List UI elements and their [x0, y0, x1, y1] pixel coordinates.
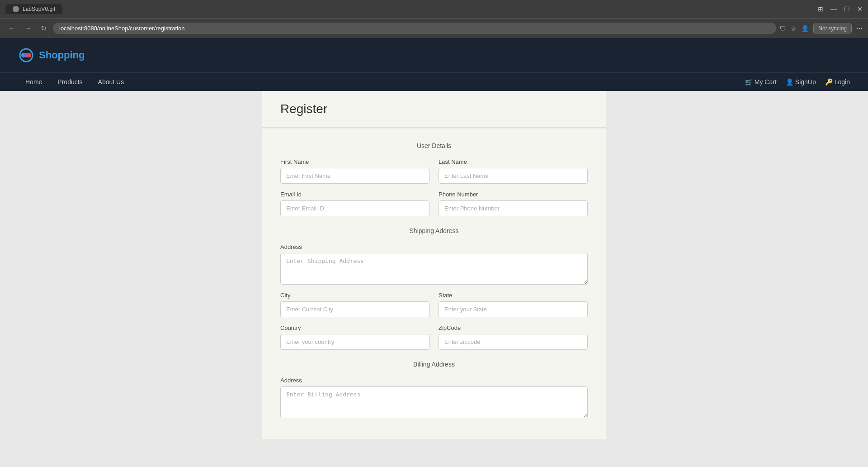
titlebar-icon-1[interactable]: ⊞	[818, 5, 823, 13]
browser-chrome: LabSupV0.gif ⊞ — ☐ ✕ ← → ↻ 🛡 ☆ 👤 Not syn…	[0, 0, 868, 38]
browser-toolbar: ← → ↻ 🛡 ☆ 👤 Not syncing ⋯	[0, 18, 868, 38]
contact-row: Email Id Phone Number	[280, 191, 588, 216]
main-content: Register User Details First Name Last Na…	[262, 91, 606, 439]
address-bar[interactable]	[53, 23, 776, 34]
city-state-row: City State	[280, 292, 588, 317]
nav-login[interactable]: 🔑 Login	[825, 78, 850, 86]
cart-icon: 🛒	[745, 78, 753, 86]
titlebar-icon-4[interactable]: ✕	[857, 5, 863, 13]
shipping-address-label: Address	[280, 243, 588, 250]
titlebar-icon-2[interactable]: —	[830, 5, 837, 13]
tab-favicon	[13, 6, 19, 12]
country-zip-row: Country ZipCode	[280, 324, 588, 350]
user-details-section-title: User Details	[280, 142, 588, 149]
star-icon[interactable]: ☆	[791, 25, 797, 32]
phone-label: Phone Number	[439, 191, 588, 198]
email-input[interactable]	[280, 200, 429, 216]
toolbar-right: 🛡 ☆ 👤 Not syncing ⋯	[780, 24, 863, 33]
sync-button[interactable]: Not syncing	[813, 24, 852, 33]
city-label: City	[280, 292, 429, 299]
titlebar-icons: ⊞ — ☐ ✕	[818, 5, 863, 13]
zipcode-input[interactable]	[439, 334, 588, 350]
nav-signup[interactable]: 👤 SignUp	[786, 78, 816, 86]
shield-icon: 🛡	[780, 25, 786, 32]
profile-icon[interactable]: 👤	[801, 25, 809, 32]
billing-divider: Billing Address	[280, 361, 588, 368]
country-label: Country	[280, 324, 429, 331]
extensions-icon[interactable]: ⋯	[856, 25, 863, 32]
billing-section-title: Billing Address	[280, 361, 588, 368]
zipcode-label: ZipCode	[439, 324, 588, 331]
logo-area: Shopping	[18, 47, 85, 63]
browser-titlebar: LabSupV0.gif ⊞ — ☐ ✕	[0, 0, 868, 18]
site-header: Shopping	[0, 38, 868, 72]
city-group: City	[280, 292, 429, 317]
nav-products[interactable]: Products	[50, 73, 90, 91]
nav-cart[interactable]: 🛒 My Cart	[745, 78, 777, 86]
nav-about[interactable]: About Us	[91, 73, 132, 91]
shipping-address-row: Address	[280, 243, 588, 285]
shipping-section-title: Shipping Address	[280, 227, 588, 234]
city-input[interactable]	[280, 301, 429, 317]
first-name-label: First Name	[280, 158, 429, 165]
nav-right: 🛒 My Cart 👤 SignUp 🔑 Login	[745, 78, 850, 86]
billing-address-input[interactable]	[280, 386, 588, 418]
svg-point-4	[24, 53, 28, 57]
logo-icon	[18, 47, 34, 63]
first-name-input[interactable]	[280, 168, 429, 184]
country-group: Country	[280, 324, 429, 350]
last-name-label: Last Name	[439, 158, 588, 165]
state-input[interactable]	[439, 301, 588, 317]
first-name-group: First Name	[280, 158, 429, 184]
user-icon: 👤	[786, 78, 793, 86]
shipping-address-group: Address	[280, 243, 588, 285]
login-icon: 🔑	[825, 78, 833, 86]
last-name-input[interactable]	[439, 168, 588, 184]
register-header: Register	[262, 91, 606, 128]
last-name-group: Last Name	[439, 158, 588, 184]
page-title: Register	[280, 102, 588, 116]
state-group: State	[439, 292, 588, 317]
zipcode-group: ZipCode	[439, 324, 588, 350]
titlebar-icon-3[interactable]: ☐	[844, 5, 850, 13]
browser-tab[interactable]: LabSupV0.gif	[5, 4, 62, 14]
refresh-button[interactable]: ↻	[38, 23, 49, 33]
nav-home[interactable]: Home	[18, 73, 49, 91]
site-nav: Home Products About Us 🛒 My Cart 👤 SignU…	[0, 72, 868, 91]
page-wrapper: Shopping Home Products About Us 🛒 My Car…	[0, 38, 868, 467]
shipping-address-input[interactable]	[280, 253, 588, 285]
name-row: First Name Last Name	[280, 158, 588, 184]
nav-left: Home Products About Us	[18, 73, 131, 91]
billing-address-row: Address	[280, 377, 588, 418]
billing-address-label: Address	[280, 377, 588, 384]
tab-title: LabSupV0.gif	[23, 6, 55, 12]
registration-form: User Details First Name Last Name Email …	[262, 129, 606, 439]
phone-group: Phone Number	[439, 191, 588, 216]
country-input[interactable]	[280, 334, 429, 350]
email-label: Email Id	[280, 191, 429, 198]
phone-input[interactable]	[439, 200, 588, 216]
state-label: State	[439, 292, 588, 299]
billing-address-group: Address	[280, 377, 588, 418]
back-button[interactable]: ←	[5, 24, 18, 33]
shipping-divider: Shipping Address	[280, 227, 588, 234]
forward-button[interactable]: →	[22, 24, 34, 33]
email-group: Email Id	[280, 191, 429, 216]
logo-text: Shopping	[39, 49, 85, 61]
